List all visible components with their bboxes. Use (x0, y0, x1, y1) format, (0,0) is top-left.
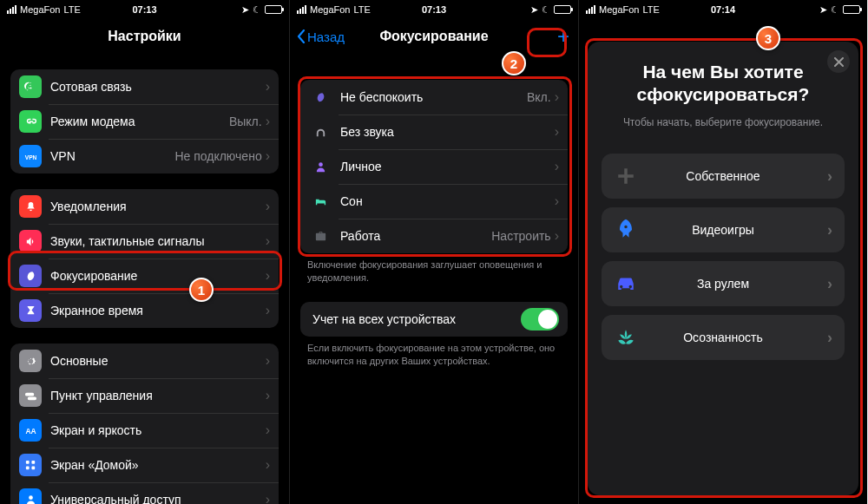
chevron-right-icon: › (266, 79, 270, 95)
chevron-right-icon: › (555, 124, 559, 140)
add-button[interactable]: + (557, 24, 569, 49)
focus-mode-row[interactable]: Работа Настроить › (300, 219, 568, 253)
settings-row[interactable]: Экранное время › (10, 293, 279, 328)
focus-option[interactable]: Собственное › (602, 154, 845, 199)
plus-icon (614, 164, 638, 188)
status-time: 07:14 (711, 4, 735, 15)
back-label: Назад (307, 29, 345, 44)
focus-mode-row[interactable]: Без звука › (300, 115, 568, 149)
share-group: Учет на всех устройствах (300, 302, 568, 337)
row-label: Фокусирование (50, 269, 266, 283)
option-label: Видеоигры (638, 223, 832, 237)
settings-group-notifications: Уведомления › Звуки, тактильные сигналы … (10, 189, 279, 328)
svg-text:AA: AA (25, 427, 36, 435)
chevron-right-icon: › (266, 199, 270, 214)
grid-icon (19, 454, 42, 476)
settings-group-general: Основные › Пункт управления › AA Экран и… (10, 344, 279, 504)
focus-mode-row[interactable]: Личное › (300, 149, 568, 184)
focus-label: Сон (340, 194, 555, 208)
signal-bars-icon (7, 5, 16, 14)
settings-row[interactable]: AA Экран и яркость › (10, 413, 279, 448)
speaker-icon (19, 230, 42, 252)
moon-status-icon: ☾ (253, 4, 261, 16)
row-label: VPN (50, 149, 174, 163)
settings-row[interactable]: Уведомления › (10, 189, 279, 224)
chevron-right-icon: › (555, 159, 559, 174)
gear-icon (19, 350, 42, 372)
carrier: MegaFon (310, 4, 350, 15)
svg-rect-5 (31, 466, 35, 469)
network: LTE (642, 4, 659, 15)
focus-option[interactable]: Осознанность › (602, 315, 845, 360)
chevron-right-icon: › (266, 114, 270, 129)
bed-icon (309, 190, 332, 213)
chevron-right-icon: › (555, 228, 559, 244)
focus-list-screen: MegaFon LTE 07:13 ➤ ☾ Назад Фокусировани… (289, 0, 578, 504)
focus-mode-row[interactable]: Не беспокоить Вкл. › (300, 80, 568, 115)
share-across-devices-row[interactable]: Учет на всех устройствах (300, 302, 568, 337)
focus-value: Настроить (491, 229, 550, 243)
focus-chooser-sheet: На чем Вы хотите сфокусироваться? Чтобы … (588, 42, 858, 495)
share-toggle[interactable] (521, 308, 559, 331)
settings-row[interactable]: Режим модема Выкл. › (10, 104, 279, 139)
share-label: Учет на всех устройствах (312, 312, 521, 326)
row-label: Экранное время (50, 304, 266, 317)
briefcase-icon (309, 225, 332, 247)
moon-status-icon: ☾ (542, 4, 550, 16)
settings-row[interactable]: Основные › (10, 344, 279, 378)
nav-header: Настройки (0, 19, 289, 54)
chevron-right-icon: › (827, 167, 832, 186)
chevron-right-icon: › (266, 422, 270, 438)
svg-rect-3 (31, 460, 35, 463)
battery-icon (554, 5, 571, 14)
focus-label: Без звука (340, 125, 555, 139)
row-label: Универсальный доступ (50, 493, 266, 504)
back-button[interactable]: Назад (297, 29, 345, 44)
headphones-icon (309, 121, 332, 143)
settings-row[interactable]: VPN VPN Не подключено › (10, 139, 279, 173)
hourglass-icon (19, 299, 42, 322)
sheet-heading: На чем Вы хотите сфокусироваться? (602, 61, 845, 107)
carrier: MegaFon (599, 4, 639, 15)
settings-row[interactable]: Сотовая связь › (10, 69, 279, 104)
aa-icon: AA (19, 419, 42, 442)
moon-icon (19, 265, 42, 287)
row-label: Режим модема (50, 115, 229, 128)
status-bar: MegaFon LTE 07:13 ➤ ☾ (290, 0, 578, 19)
row-label: Звуки, тактильные сигналы (50, 234, 266, 248)
focus-mode-row[interactable]: Сон › (300, 184, 568, 219)
row-label: Основные (50, 354, 266, 368)
location-icon: ➤ (530, 4, 538, 16)
focus-label: Не беспокоить (340, 90, 527, 104)
location-icon: ➤ (241, 4, 249, 16)
status-bar: MegaFon LTE 07:13 ➤ ☾ (0, 0, 289, 19)
bell-icon (19, 195, 42, 218)
location-icon: ➤ (819, 4, 827, 16)
chevron-right-icon: › (555, 89, 559, 105)
lotus-icon (614, 325, 638, 350)
sheet-subtitle: Чтобы начать, выберите фокусирование. (623, 115, 823, 130)
focus-footnote-1: Включение фокусирования заглушает оповещ… (290, 253, 578, 285)
row-label: Пункт управления (50, 389, 266, 403)
antenna-icon (19, 75, 42, 98)
close-button[interactable] (827, 50, 850, 73)
settings-row[interactable]: Пункт управления › (10, 378, 279, 413)
settings-row[interactable]: Экран «Домой» › (10, 448, 279, 482)
person-icon (309, 155, 332, 178)
settings-main-screen: MegaFon LTE 07:13 ➤ ☾ Настройки Сотовая … (0, 0, 289, 504)
svg-rect-4 (25, 466, 29, 469)
moon-status-icon: ☾ (831, 4, 839, 16)
nav-header: Назад Фокусирование + (290, 19, 578, 54)
svg-point-6 (29, 495, 33, 500)
chevron-right-icon: › (266, 353, 270, 369)
settings-row[interactable]: Звуки, тактильные сигналы › (10, 224, 279, 259)
focus-option[interactable]: За рулем › (602, 261, 845, 306)
settings-row[interactable]: Фокусирование › (10, 259, 279, 293)
option-label: Осознанность (638, 331, 832, 344)
focus-option[interactable]: Видеоигры › (602, 207, 845, 252)
switches-icon (19, 384, 42, 407)
settings-row[interactable]: Универсальный доступ › (10, 482, 279, 504)
focus-label: Личное (340, 160, 555, 173)
network: LTE (353, 4, 370, 15)
rocket-icon (614, 218, 638, 242)
